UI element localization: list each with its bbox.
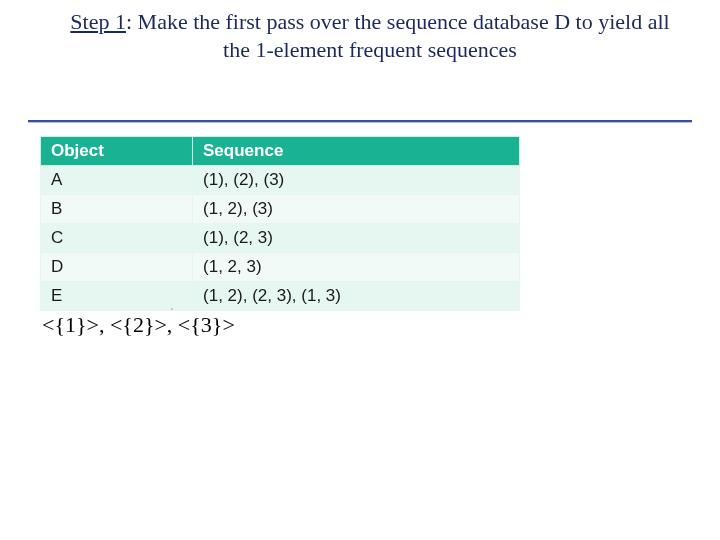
table-row: B (1, 2), (3)	[41, 195, 520, 224]
cell-sequence: (1, 2, 3)	[193, 253, 520, 282]
cell-object: C	[41, 224, 193, 253]
frequent-sequences-result: <{1}>, <{2}>, <{3}>	[42, 312, 235, 338]
cell-object: B	[41, 195, 193, 224]
sequence-table: Object Sequence A (1), (2), (3) B (1, 2)…	[40, 136, 520, 311]
table-header-row: Object Sequence	[41, 137, 520, 166]
col-header-object: Object	[41, 137, 193, 166]
table-row: D (1, 2, 3)	[41, 253, 520, 282]
table-row: C (1), (2, 3)	[41, 224, 520, 253]
cell-sequence: (1, 2), (3)	[193, 195, 520, 224]
stray-artifact: .	[170, 298, 174, 313]
cell-sequence: (1), (2), (3)	[193, 166, 520, 195]
table-row: A (1), (2), (3)	[41, 166, 520, 195]
step-label: Step 1	[70, 9, 126, 34]
cell-sequence: (1, 2), (2, 3), (1, 3)	[193, 282, 520, 311]
slide-title: Step 1: Make the first pass over the seq…	[60, 8, 680, 63]
cell-sequence: (1), (2, 3)	[193, 224, 520, 253]
title-rest: : Make the first pass over the sequence …	[126, 9, 670, 62]
col-header-sequence: Sequence	[193, 137, 520, 166]
cell-object: D	[41, 253, 193, 282]
table-row: E (1, 2), (2, 3), (1, 3)	[41, 282, 520, 311]
title-underline-rule	[28, 120, 692, 123]
slide: Step 1: Make the first pass over the seq…	[0, 0, 720, 540]
cell-object: A	[41, 166, 193, 195]
